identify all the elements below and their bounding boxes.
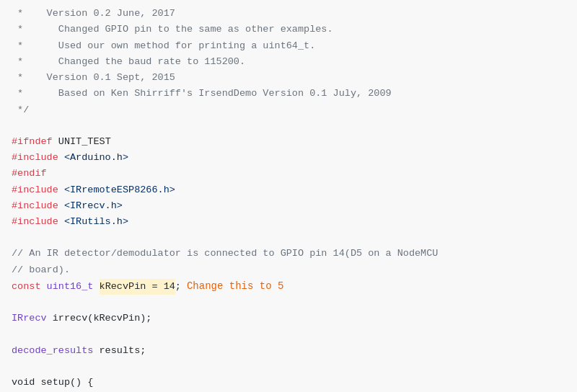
normal-void-setup: void setup() {	[12, 375, 93, 391]
line-5: * Version 0.1 Sept, 2015	[12, 70, 565, 86]
comment-ir-detector: // An IR detector/demodulator is connect…	[12, 246, 438, 262]
keyword-include-3: #include	[12, 198, 58, 214]
type-uint16: uint16_t	[47, 279, 94, 295]
highlighted-variable: kRecvPin = 14	[100, 279, 175, 295]
line-3: * Used our own method for printing a uin…	[12, 38, 565, 54]
line-2: * Changed GPIO pin to the same as other …	[12, 22, 565, 37]
normal-space	[93, 279, 99, 295]
normal-text: UNIT_TEST	[53, 134, 111, 150]
keyword-const: const	[12, 279, 47, 295]
line-9: #ifndef UNIT_TEST	[12, 134, 565, 150]
line-24: void setup() {	[12, 375, 565, 391]
line-4: * Changed the baud rate to 115200.	[12, 54, 565, 70]
semicolon: ;	[175, 279, 181, 295]
code-editor: * Version 0.2 June, 2017 * Changed GPIO …	[0, 0, 577, 392]
code-content: * Version 0.2 June, 2017 * Changed GPIO …	[0, 0, 577, 392]
type-decode-results: decode_results	[12, 343, 93, 359]
line-22: decode_results results;	[12, 343, 565, 359]
annotation-change: Change this to 5	[187, 278, 283, 295]
blank-line-15	[12, 230, 565, 246]
comment-text: * Version 0.1 Sept, 2015	[12, 70, 175, 86]
line-10: #include <Arduino.h>	[12, 150, 565, 166]
line-16: // An IR detector/demodulator is connect…	[12, 246, 565, 262]
line-6: * Based on Ken Shirriff's IrsendDemo Ver…	[12, 86, 565, 102]
include-file-iresp: <IRremoteESP8266.h>	[58, 182, 175, 198]
blank-line-23	[12, 359, 565, 375]
line-13: #include <IRrecv.h>	[12, 198, 565, 214]
blank-line-19	[12, 295, 565, 311]
normal-irrecv: irrecv(kRecvPin);	[47, 311, 152, 326]
comment-text: * Used our own method for printing a uin…	[12, 38, 315, 54]
comment-text: * Version 0.2 June, 2017	[12, 6, 175, 22]
keyword-include-1: #include	[12, 150, 58, 166]
line-12: #include <IRremoteESP8266.h>	[12, 182, 565, 198]
blank-line-21	[12, 327, 565, 343]
include-file-irrecv: <IRrecv.h>	[58, 198, 123, 214]
line-11: #endif	[12, 166, 565, 182]
comment-text: * Based on Ken Shirriff's IrsendDemo Ver…	[12, 86, 392, 102]
line-14: #include <IRutils.h>	[12, 214, 565, 230]
line-17: // board).	[12, 262, 565, 278]
normal-results: results;	[93, 343, 146, 359]
type-irrecv: IRrecv	[12, 311, 47, 326]
comment-board: // board).	[12, 262, 70, 278]
line-20: IRrecv irrecv(kRecvPin);	[12, 311, 565, 326]
include-file-arduino: <Arduino.h>	[58, 150, 128, 166]
keyword-include-2: #include	[12, 182, 58, 198]
line-1: * Version 0.2 June, 2017	[12, 6, 565, 22]
keyword-endif: #endif	[12, 166, 47, 182]
line-7: */	[12, 102, 565, 118]
blank-line-8	[12, 118, 565, 134]
keyword-include-4: #include	[12, 214, 58, 230]
include-file-irutils: <IRutils.h>	[58, 214, 128, 230]
keyword-ifndef: #ifndef	[12, 134, 53, 150]
comment-text: * Changed GPIO pin to the same as other …	[12, 22, 333, 37]
line-18: const uint16_t kRecvPin = 14;Change this…	[12, 278, 565, 295]
comment-text: */	[12, 102, 29, 118]
comment-text: * Changed the baud rate to 115200.	[12, 54, 245, 70]
